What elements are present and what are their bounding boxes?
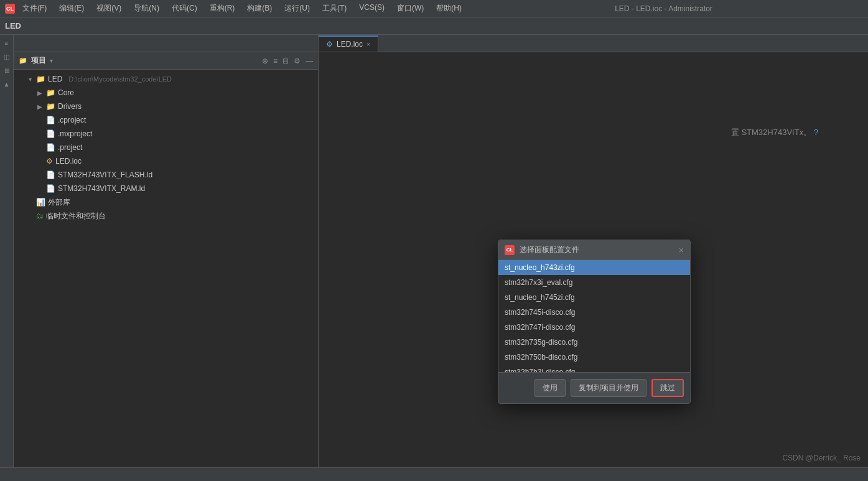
file-list-item-5[interactable]: stm32h735g-disco.cfg xyxy=(498,335,690,350)
tab-icon-ledioc: ⚙ xyxy=(326,40,333,49)
menu-edit[interactable]: 编辑(E) xyxy=(57,2,86,15)
menu-window[interactable]: 窗口(W) xyxy=(394,2,426,15)
title-bar: CL 文件(F) 编辑(E) 视图(V) 导航(N) 代码(C) 重构(R) 构… xyxy=(0,0,868,17)
tree-label-project: .project xyxy=(58,143,82,152)
dialog-logo: CL xyxy=(505,245,515,255)
tree-label-ram-ld: STM32H743VITX_RAM.ld xyxy=(58,184,145,193)
file-list-item-2[interactable]: st_nucleo_h745zi.cfg xyxy=(498,290,690,305)
tab-close-ledioc[interactable]: × xyxy=(366,40,370,48)
folder-icon-drivers: 📁 xyxy=(46,102,55,111)
bottom-bar xyxy=(0,467,868,481)
tree-item-led-root[interactable]: ▾ 📁 LED D:\clion\Mycode\stm32_code\LED xyxy=(14,72,318,86)
menu-refactor[interactable]: 重构(R) xyxy=(207,2,238,15)
file-icon-ram-ld: 📄 xyxy=(46,184,55,193)
tree-label-scratch: 临时文件和控制台 xyxy=(46,211,106,222)
file-list-item-1[interactable]: stm32h7x3i_eval.cfg xyxy=(498,275,690,290)
file-icon-project: 📄 xyxy=(46,143,55,152)
tool-collapse[interactable]: ≡ xyxy=(273,57,278,65)
arrow-core: ▶ xyxy=(36,90,44,96)
tree-item-flash-ld[interactable]: 📄 STM32H743VITX_FLASH.ld xyxy=(14,168,318,182)
tree-label-drivers: Drivers xyxy=(58,102,82,111)
content-device-text: 置 STM32H743VITx。 ? xyxy=(731,127,818,138)
file-icon-flash-ld: 📄 xyxy=(46,170,55,179)
menu-view[interactable]: 视图(V) xyxy=(94,2,124,15)
file-list-item-6[interactable]: stm32h750b-disco.cfg xyxy=(498,350,690,365)
tool-expand[interactable]: ⊟ xyxy=(282,57,289,65)
file-list-item-3[interactable]: stm32h745i-disco.cfg xyxy=(498,305,690,320)
folder-icon-led: 📁 xyxy=(36,75,45,83)
project-tools: ⊕ ≡ ⊟ ⚙ — xyxy=(262,57,313,65)
file-icon-scratch: 🗂 xyxy=(36,212,44,220)
file-icon-ext-lib: 📊 xyxy=(36,198,45,207)
menu-nav[interactable]: 导航(N) xyxy=(131,2,162,15)
tab-ledioc[interactable]: ⚙ LED.ioc × xyxy=(319,35,378,52)
tree-item-project[interactable]: 📄 .project xyxy=(14,141,318,154)
left-icon-3[interactable]: ⊞ xyxy=(1,65,12,76)
dialog-close-button[interactable]: × xyxy=(679,245,684,255)
project-panel: 📁 项目 ▾ ⊕ ≡ ⊟ ⚙ — ▾ 📁 LED D:\clion\Mycode… xyxy=(14,35,319,481)
left-sidebar-icons: ≡ ◫ ⊞ ▲ xyxy=(0,35,14,481)
arrow-drivers: ▶ xyxy=(36,103,44,110)
project-panel-header: 📁 项目 ▾ ⊕ ≡ ⊟ ⚙ — xyxy=(14,52,318,70)
tree-label-flash-ld: STM32H743VITX_FLASH.ld xyxy=(58,170,152,179)
toolbar-project-name: LED xyxy=(5,21,21,30)
file-icon-cproject: 📄 xyxy=(46,116,55,124)
dialog-header: CL 选择面板配置文件 × xyxy=(498,240,690,260)
menu-tools[interactable]: 工具(T) xyxy=(320,2,349,15)
left-icon-2[interactable]: ◫ xyxy=(1,51,12,62)
left-icon-4[interactable]: ▲ xyxy=(1,78,12,90)
folder-icon-core: 📁 xyxy=(46,88,55,97)
tree-label-led: LED xyxy=(48,75,62,83)
project-dropdown-arrow[interactable]: ▾ xyxy=(50,57,53,64)
file-tree: ▾ 📁 LED D:\clion\Mycode\stm32_code\LED ▶… xyxy=(14,70,318,481)
arrow-led: ▾ xyxy=(26,76,34,83)
file-list-item-7[interactable]: stm32h7b3i-disco.cfg xyxy=(498,365,690,372)
btn-skip[interactable]: 跳过 xyxy=(651,379,684,397)
tool-locate[interactable]: ⊕ xyxy=(262,57,268,65)
btn-copy[interactable]: 复制到项目并使用 xyxy=(571,379,646,397)
tree-item-cproject[interactable]: 📄 .cproject xyxy=(14,113,318,127)
menu-build[interactable]: 构建(B) xyxy=(245,2,274,15)
tree-item-scratch[interactable]: 🗂 临时文件和控制台 xyxy=(14,209,318,223)
tree-item-ext-lib[interactable]: 📊 外部库 xyxy=(14,195,318,209)
dialog-title: 选择面板配置文件 xyxy=(520,245,674,255)
dialog-file-list: st_nucleo_h743zi.cfg stm32h7x3i_eval.cfg… xyxy=(498,260,690,372)
window-title: LED - LED.ioc - Administrator xyxy=(464,4,863,13)
main-layout: ≡ ◫ ⊞ ▲ 📁 项目 ▾ ⊕ ≡ ⊟ ⚙ — xyxy=(0,35,868,481)
main-toolbar: LED xyxy=(0,17,868,35)
left-icon-1[interactable]: ≡ xyxy=(1,37,12,49)
menu-run[interactable]: 运行(U) xyxy=(282,2,312,15)
menu-code[interactable]: 代码(C) xyxy=(169,2,200,15)
tab-label-ledioc: LED.ioc xyxy=(337,40,363,49)
project-label: 项目 xyxy=(31,55,46,66)
tool-close[interactable]: — xyxy=(306,57,313,65)
file-icon-mxproject: 📄 xyxy=(46,129,55,138)
tree-item-core[interactable]: ▶ 📁 Core xyxy=(14,86,318,100)
btn-use[interactable]: 使用 xyxy=(534,379,566,397)
menu-file[interactable]: 文件(F) xyxy=(20,2,49,15)
tree-label-cproject: .cproject xyxy=(58,116,86,124)
tree-item-drivers[interactable]: ▶ 📁 Drivers xyxy=(14,100,318,113)
tab-bar: ⚙ LED.ioc × xyxy=(319,35,868,52)
tree-label-ledioc: LED.ioc xyxy=(55,157,82,166)
file-icon-ledioc: ⚙ xyxy=(46,157,53,166)
content-help-icon[interactable]: ? xyxy=(814,128,818,137)
dialog-buttons: 使用 复制到项目并使用 跳过 xyxy=(498,372,690,403)
project-icon: 📁 xyxy=(19,57,27,65)
tool-settings[interactable]: ⚙ xyxy=(294,57,301,65)
tree-label-ext-lib: 外部库 xyxy=(48,197,70,208)
menu-help[interactable]: 帮助(H) xyxy=(434,2,464,15)
dialog-board-config: CL 选择面板配置文件 × st_nucleo_h743zi.cfg stm32… xyxy=(498,240,691,404)
tree-label-mxproject: .mxproject xyxy=(58,129,92,138)
file-list-item-4[interactable]: stm32h747i-disco.cfg xyxy=(498,320,690,335)
tree-label-core: Core xyxy=(58,88,74,97)
file-list-item-0[interactable]: st_nucleo_h743zi.cfg xyxy=(498,260,690,275)
app-logo: CL xyxy=(5,4,15,14)
menu-vcs[interactable]: VCS(S) xyxy=(357,2,387,15)
tree-item-ram-ld[interactable]: 📄 STM32H743VITX_RAM.ld xyxy=(14,182,318,195)
tree-item-ledioc[interactable]: ⚙ LED.ioc xyxy=(14,154,318,168)
tree-item-mxproject[interactable]: 📄 .mxproject xyxy=(14,127,318,141)
watermark: CSDN @Derrick_ Rose xyxy=(782,454,861,462)
menu-bar: 文件(F) 编辑(E) 视图(V) 导航(N) 代码(C) 重构(R) 构建(B… xyxy=(20,2,464,15)
tree-path-led: D:\clion\Mycode\stm32_code\LED xyxy=(68,75,172,83)
